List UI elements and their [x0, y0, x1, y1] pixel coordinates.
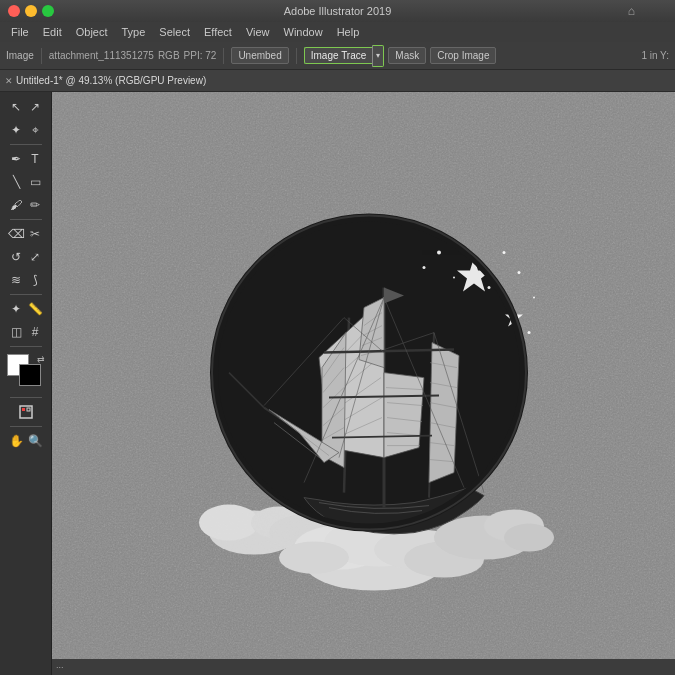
svg-point-10 [502, 251, 505, 254]
window-controls[interactable] [8, 5, 54, 17]
pen-tool[interactable]: ✒ [7, 148, 25, 170]
unembed-button[interactable]: Unembed [231, 47, 288, 64]
tool-sep-1 [10, 144, 42, 145]
eyedrop-tools: ✦ 📏 [7, 298, 44, 320]
scissors-tool[interactable]: ✂ [26, 223, 44, 245]
eraser-tool[interactable]: ⌫ [7, 223, 25, 245]
gradient-tool[interactable]: ◫ [7, 321, 25, 343]
eraser-tools: ⌫ ✂ [7, 223, 44, 245]
ship-illustration [174, 177, 554, 607]
tool-sep-4 [10, 346, 42, 347]
direct-select-tool[interactable]: ↗ [26, 96, 44, 118]
svg-point-26 [504, 523, 554, 551]
additional-info: 1 in Y: [641, 50, 669, 61]
ppi-info: PPI: 72 [184, 50, 217, 61]
scale-tool[interactable]: ⤢ [26, 246, 44, 268]
eyedropper-tool[interactable]: ✦ [7, 298, 25, 320]
close-button[interactable] [8, 5, 20, 17]
warp-tools: ≋ ⟆ [7, 269, 44, 291]
menu-view[interactable]: View [240, 25, 276, 39]
tab-title: Untitled-1* @ 49.13% (RGB/GPU Preview) [16, 75, 206, 86]
menu-object[interactable]: Object [70, 25, 114, 39]
svg-point-9 [527, 331, 530, 334]
brush-tools: 🖌 ✏ [7, 194, 44, 216]
svg-point-13 [422, 266, 425, 269]
svg-rect-2 [27, 408, 30, 411]
image-trace-button[interactable]: Image Trace [304, 47, 373, 64]
pencil-tool[interactable]: ✏ [26, 194, 44, 216]
svg-point-6 [437, 250, 441, 254]
tab-close-icon[interactable]: ✕ [5, 76, 13, 86]
tool-sep-2 [10, 219, 42, 220]
menu-bar: File Edit Object Type Select Effect View… [0, 22, 675, 42]
hand-tool[interactable]: ✋ [7, 430, 25, 452]
ship-svg [174, 177, 554, 607]
image-trace-dropdown[interactable]: ▾ [372, 45, 384, 67]
foreground-color[interactable] [19, 364, 41, 386]
maximize-button[interactable] [42, 5, 54, 17]
tab-bar: ✕ Untitled-1* @ 49.13% (RGB/GPU Preview) [0, 70, 675, 92]
magic-lasso-tools: ✦ ⌖ [7, 119, 44, 141]
menu-help[interactable]: Help [331, 25, 366, 39]
image-trace-group: Image Trace ▾ [304, 45, 385, 67]
select-tool[interactable]: ↖ [7, 96, 25, 118]
separator-3 [296, 48, 297, 64]
swap-colors-icon[interactable]: ⇄ [37, 354, 45, 364]
color-mode: RGB [158, 50, 180, 61]
selection-tools: ↖ ↗ [7, 96, 44, 118]
measure-tool[interactable]: 📏 [26, 298, 44, 320]
line-tool[interactable]: ╲ [7, 171, 25, 193]
bottom-bar: ··· [52, 659, 675, 675]
svg-point-15 [199, 504, 259, 540]
zoom-tools: ↺ ⤢ [7, 246, 44, 268]
bottom-dots: ··· [56, 662, 64, 672]
tool-sep-5 [10, 397, 42, 398]
svg-rect-1 [22, 408, 25, 411]
menu-type[interactable]: Type [116, 25, 152, 39]
toolbar: ↖ ↗ ✦ ⌖ ✒ T ╲ ▭ 🖌 ✏ ⌫ ✂ ↺ ⤢ ≋ [0, 92, 52, 675]
color-boxes: ⇄ [7, 354, 45, 390]
pen-tools: ✒ T [7, 148, 44, 170]
separator-2 [223, 48, 224, 64]
rotate-tool[interactable]: ↺ [7, 246, 25, 268]
separator-1 [41, 48, 42, 64]
menu-edit[interactable]: Edit [37, 25, 68, 39]
control-label: Image [6, 50, 34, 61]
menu-window[interactable]: Window [278, 25, 329, 39]
menu-effect[interactable]: Effect [198, 25, 238, 39]
title-bar: Adobe Illustrator 2019 ⌂ [0, 0, 675, 22]
file-name: attachment_111351275 [49, 50, 154, 61]
svg-point-8 [487, 286, 490, 289]
svg-point-11 [453, 276, 455, 278]
control-bar: Image attachment_111351275 RGB PPI: 72 U… [0, 42, 675, 70]
home-icon[interactable]: ⌂ [628, 4, 635, 18]
rect-tool[interactable]: ▭ [26, 171, 44, 193]
mask-button[interactable]: Mask [388, 47, 426, 64]
svg-point-23 [279, 541, 349, 573]
path-tools: ╲ ▭ [7, 171, 44, 193]
app-title: Adobe Illustrator 2019 [284, 5, 392, 17]
menu-select[interactable]: Select [153, 25, 196, 39]
paintbrush-tool[interactable]: 🖌 [7, 194, 25, 216]
minimize-button[interactable] [25, 5, 37, 17]
mesh-tool[interactable]: # [26, 321, 44, 343]
crop-image-button[interactable]: Crop Image [430, 47, 496, 64]
zoom-tool[interactable]: 🔍 [26, 430, 44, 452]
tool-sep-3 [10, 294, 42, 295]
view-tools: ✋ 🔍 [7, 430, 44, 452]
svg-point-12 [533, 296, 535, 298]
lasso-tool[interactable]: ⌖ [26, 119, 44, 141]
grad-mesh-tools: ◫ # [7, 321, 44, 343]
svg-point-7 [517, 271, 520, 274]
type-tool[interactable]: T [26, 148, 44, 170]
tool-sep-6 [10, 426, 42, 427]
blend-tool[interactable]: ⟆ [26, 269, 44, 291]
warp-tool[interactable]: ≋ [7, 269, 25, 291]
magic-wand-tool[interactable]: ✦ [7, 119, 25, 141]
menu-file[interactable]: File [5, 25, 35, 39]
artboard-tool[interactable] [7, 401, 45, 423]
canvas-area[interactable]: ··· [52, 92, 675, 675]
main-area: ↖ ↗ ✦ ⌖ ✒ T ╲ ▭ 🖌 ✏ ⌫ ✂ ↺ ⤢ ≋ [0, 92, 675, 675]
